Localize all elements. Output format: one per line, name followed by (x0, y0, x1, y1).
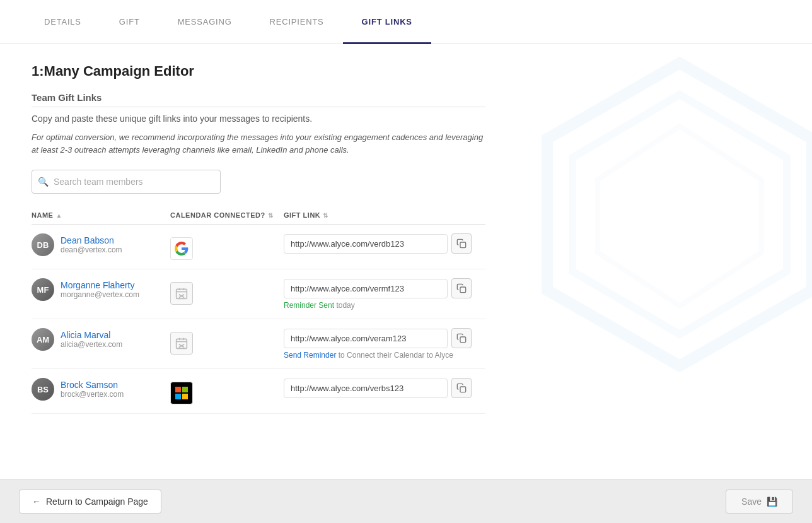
copy-link-button-morganne[interactable] (451, 278, 472, 298)
col-header-gift[interactable]: GIFT LINK ⇅ (284, 211, 485, 219)
cell-calendar-alicia (170, 328, 284, 355)
member-name-morganne[interactable]: Morganne Flaherty (61, 280, 139, 290)
member-name-alicia[interactable]: Alicia Marval (61, 330, 122, 340)
gift-link-input-morganne[interactable] (284, 279, 448, 298)
save-button[interactable]: Save 💾 (726, 490, 793, 514)
save-button-label: Save (741, 497, 762, 507)
cell-gift-dean (284, 233, 485, 254)
table-header: NAME ▲ CALENDAR CONNECTED? ⇅ GIFT LINK ⇅ (32, 206, 485, 225)
nav-item-messaging[interactable]: MESSAGING (159, 0, 251, 44)
cell-name-dean: DB Dean Babson dean@vertex.com (32, 233, 170, 256)
col-header-calendar[interactable]: CALENDAR CONNECTED? ⇅ (170, 211, 284, 219)
table-row: DB Dean Babson dean@vertex.com (32, 225, 485, 269)
name-info-morganne: Morganne Flaherty morganne@vertex.com (61, 280, 139, 299)
sort-calendar-icon: ⇅ (268, 212, 274, 219)
name-info-dean: Dean Babson dean@vertex.com (61, 235, 122, 254)
microsoft-calendar-icon (170, 382, 193, 404)
svg-marker-0 (547, 63, 812, 366)
top-navigation: DETAILS GIFT MESSAGING RECIPIENTS GIFT L… (0, 0, 812, 44)
nav-item-gift-links[interactable]: GIFT LINKS (343, 0, 431, 44)
copy-link-button-alicia[interactable] (451, 328, 472, 348)
table-row: BS Brock Samson brock@vertex.com (32, 369, 485, 414)
cell-calendar-brock (170, 378, 284, 404)
watermark-decoration (522, 44, 812, 479)
cell-name-morganne: MF Morganne Flaherty morganne@vertex.com (32, 278, 170, 301)
svg-marker-2 (598, 126, 762, 306)
sort-gift-icon: ⇅ (323, 212, 328, 219)
content-area: 1:Many Campaign Editor Team Gift Links C… (0, 44, 517, 433)
gift-link-input-alicia[interactable] (284, 329, 448, 348)
google-calendar-icon (170, 237, 193, 260)
nav-item-details[interactable]: DETAILS (25, 0, 100, 44)
avatar-alicia: AM (32, 328, 54, 351)
save-icon: 💾 (767, 497, 777, 507)
svg-rect-11 (177, 339, 187, 348)
cell-gift-brock (284, 378, 485, 398)
gift-link-input-brock[interactable] (284, 379, 448, 398)
search-icon: 🔍 (38, 177, 49, 187)
cell-gift-alicia: Send Reminder to Connect their Calendar … (284, 328, 485, 360)
section-title: Team Gift Links (32, 92, 485, 107)
cell-name-brock: BS Brock Samson brock@vertex.com (32, 378, 170, 401)
name-info-brock: Brock Samson brock@vertex.com (61, 380, 124, 399)
gift-link-row-morganne (284, 278, 485, 298)
search-input[interactable] (32, 170, 221, 194)
cell-name-alicia: AM Alicia Marval alicia@vertex.com (32, 328, 170, 351)
main-content: 1:Many Campaign Editor Team Gift Links C… (0, 44, 812, 479)
cell-gift-morganne: Reminder Sent today (284, 278, 485, 310)
send-reminder-link[interactable]: Send Reminder (284, 351, 336, 360)
return-button-label: Return to Campaign Page (46, 497, 148, 507)
avatar-brock: BS (32, 378, 54, 401)
disconnected-calendar-icon (170, 332, 193, 355)
member-email-brock: brock@vertex.com (61, 390, 124, 399)
member-name-dean[interactable]: Dean Babson (61, 235, 122, 245)
avatar-morganne: MF (32, 278, 54, 301)
col-header-name[interactable]: NAME ▲ (32, 211, 170, 219)
name-info-alicia: Alicia Marval alicia@vertex.com (61, 330, 122, 349)
member-name-brock[interactable]: Brock Samson (61, 380, 124, 390)
table-body: DB Dean Babson dean@vertex.com (32, 225, 485, 414)
svg-rect-18 (460, 387, 466, 392)
cell-calendar-morganne (170, 278, 284, 305)
member-email-alicia: alicia@vertex.com (61, 340, 122, 349)
svg-marker-1 (572, 95, 787, 334)
gift-link-input-dean[interactable] (284, 234, 448, 254)
member-email-dean: dean@vertex.com (61, 245, 122, 254)
return-to-campaign-button[interactable]: ← Return to Campaign Page (19, 490, 161, 514)
avatar-dean: DB (32, 233, 54, 256)
italic-note: For optimal conversion, we recommend inc… (32, 131, 485, 156)
footer: ← Return to Campaign Page Save 💾 (0, 479, 812, 523)
search-wrapper: 🔍 (32, 170, 221, 194)
table-row: AM Alicia Marval alicia@vertex.com (32, 319, 485, 369)
copy-link-button-brock[interactable] (451, 378, 472, 398)
nav-item-recipients[interactable]: RECIPIENTS (251, 0, 343, 44)
gift-link-row-alicia (284, 328, 485, 348)
table-row: MF Morganne Flaherty morganne@vertex.com (32, 269, 485, 319)
copy-link-button-dean[interactable] (451, 233, 472, 254)
nav-item-gift[interactable]: GIFT (100, 0, 159, 44)
arrow-left-icon: ← (32, 497, 41, 507)
gift-link-row-brock (284, 378, 485, 398)
page-title: 1:Many Campaign Editor (32, 63, 485, 79)
svg-rect-10 (460, 287, 466, 293)
svg-rect-4 (177, 289, 187, 298)
send-reminder-row: Send Reminder to Connect their Calendar … (284, 351, 485, 360)
svg-rect-3 (460, 242, 466, 248)
disconnected-calendar-icon (170, 282, 193, 305)
reminder-sent-text: Reminder Sent today (284, 301, 485, 310)
sort-name-icon: ▲ (55, 212, 62, 219)
cell-calendar-dean (170, 233, 284, 260)
svg-rect-17 (460, 337, 466, 343)
description-text: Copy and paste these unique gift links i… (32, 114, 485, 124)
gift-link-row-dean (284, 233, 485, 254)
member-email-morganne: morganne@vertex.com (61, 290, 139, 299)
